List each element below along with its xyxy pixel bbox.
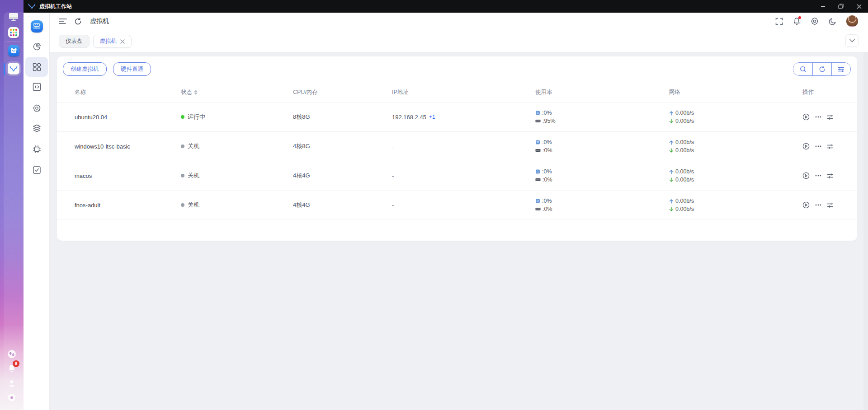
vm-settings-button[interactable] <box>827 144 834 149</box>
more-actions-button[interactable] <box>815 175 821 177</box>
net-down: 0.00b/s <box>675 118 694 124</box>
memory-usage: :0% <box>542 206 552 212</box>
upload-arrow-icon <box>669 169 674 174</box>
vm-cpu-mem: 8核8G <box>293 113 392 121</box>
vm-status: 关机 <box>188 201 199 209</box>
chevron-down-icon <box>849 39 855 42</box>
memory-usage: :95% <box>542 118 556 124</box>
create-vm-button[interactable]: 创建虚拟机 <box>63 62 107 76</box>
fullscreen-icon[interactable] <box>775 18 783 25</box>
more-actions-button[interactable] <box>815 116 821 118</box>
app-header: 虚拟机 <box>50 13 868 30</box>
vm-settings-button[interactable] <box>827 114 834 120</box>
collapse-menu-icon[interactable] <box>59 18 67 24</box>
col-header-ip: IP地址 <box>392 89 535 96</box>
app-launcher-icon[interactable] <box>6 25 21 40</box>
more-actions-button[interactable] <box>815 204 821 206</box>
cpu-usage-icon <box>535 140 540 144</box>
table-toolbar: 创建虚拟机 硬件直通 <box>63 62 851 76</box>
refresh-table-button[interactable] <box>812 63 831 75</box>
app-sidebar: Libvirt <box>24 13 50 410</box>
sidebar-item-libvirt-badge[interactable]: Libvirt <box>25 16 48 36</box>
vm-name: macos <box>75 172 181 179</box>
app-store-icon[interactable] <box>6 43 21 58</box>
tab-virtual-machines[interactable]: 虚拟机 <box>93 35 132 48</box>
dark-mode-moon-icon[interactable] <box>829 18 836 25</box>
ip-more-link[interactable]: +1 <box>429 114 435 120</box>
vm-table: 名称 状态 CPU/内存 IP地址 使用率 网络 操作 <box>57 83 857 220</box>
libvirt-badge-label: Libvirt <box>33 27 40 29</box>
tab-close-icon[interactable] <box>120 39 125 44</box>
status-dot <box>181 144 184 148</box>
sidebar-item-devices[interactable] <box>25 139 48 159</box>
net-down: 0.00b/s <box>675 206 694 212</box>
cpu-usage-icon <box>535 199 540 203</box>
memory-usage-icon <box>535 149 541 152</box>
table-row: windows10-ltsc-basic 关机 4核8G - :0% :0% 0… <box>57 132 857 161</box>
pie-chart-icon <box>33 42 41 51</box>
more-actions-button[interactable] <box>815 145 821 147</box>
net-up: 0.00b/s <box>675 110 694 116</box>
close-button[interactable] <box>850 0 868 13</box>
vm-name: ubuntu20.04 <box>75 114 181 121</box>
power-play-button[interactable] <box>802 113 810 121</box>
column-settings-icon <box>838 66 844 72</box>
main-area: 虚拟机 <box>50 13 868 410</box>
vm-status: 关机 <box>188 142 199 150</box>
memory-usage-icon <box>535 119 541 123</box>
cpu-usage: :0% <box>542 198 552 204</box>
user-account-icon[interactable] <box>6 377 18 389</box>
settings-gear-icon[interactable] <box>811 17 819 25</box>
download-arrow-icon <box>669 207 674 212</box>
cpu-usage: :0% <box>542 139 552 145</box>
status-sort-icon[interactable] <box>194 90 198 95</box>
power-play-button[interactable] <box>802 143 810 150</box>
hardware-passthrough-button[interactable]: 硬件直通 <box>113 62 151 76</box>
page-title: 虚拟机 <box>90 17 109 25</box>
maximize-button[interactable] <box>832 0 850 13</box>
tabbar-collapse-button[interactable] <box>845 34 859 47</box>
desktop-monitor-icon[interactable] <box>6 10 21 24</box>
sidebar-item-virtual-machines[interactable] <box>25 57 48 77</box>
sidebar-item-terminal[interactable] <box>25 77 48 97</box>
network-transfer-icon[interactable] <box>6 348 18 360</box>
column-settings-button[interactable] <box>831 63 850 75</box>
vm-settings-button[interactable] <box>827 173 834 179</box>
vm-cpu-mem: 4核4G <box>293 201 392 209</box>
power-play-button[interactable] <box>802 201 810 209</box>
vm-workstation-app-icon[interactable] <box>6 61 21 76</box>
vm-status: 关机 <box>188 172 199 180</box>
power-play-button[interactable] <box>802 172 810 179</box>
user-avatar[interactable] <box>846 15 858 27</box>
sidebar-item-tasks[interactable] <box>25 160 48 180</box>
net-up: 0.00b/s <box>675 198 694 204</box>
vm-settings-button[interactable] <box>827 202 834 208</box>
col-header-actions: 操作 <box>802 89 848 96</box>
app-logo-icon <box>28 4 36 9</box>
download-arrow-icon <box>669 119 674 124</box>
vm-grid-icon <box>33 63 41 71</box>
col-header-network: 网络 <box>669 89 802 96</box>
vm-name: fnos-adult <box>75 202 181 209</box>
vm-table-card: 创建虚拟机 硬件直通 <box>57 56 857 241</box>
dock-settings-gear-icon[interactable] <box>6 391 18 403</box>
col-header-cpu-mem: CPU/内存 <box>293 89 392 96</box>
net-down: 0.00b/s <box>675 147 694 154</box>
vm-ip: - <box>392 172 394 179</box>
refresh-icon[interactable] <box>74 18 82 25</box>
sidebar-item-storage[interactable] <box>25 118 48 138</box>
cpu-chip-icon <box>33 145 41 154</box>
search-button[interactable] <box>793 63 812 75</box>
cpu-usage-icon <box>535 169 540 174</box>
tab-dashboard[interactable]: 仪表盘 <box>59 35 90 48</box>
search-icon <box>800 66 807 73</box>
layers-icon <box>33 124 41 133</box>
notifications-bell-icon[interactable] <box>793 17 801 25</box>
table-row: fnos-adult 关机 4核4G - :0% :0% 0.00b/s 0.0… <box>57 191 857 220</box>
minimize-button[interactable] <box>814 0 832 13</box>
sidebar-item-dashboard[interactable] <box>25 37 48 56</box>
net-up: 0.00b/s <box>675 139 694 145</box>
vm-cpu-mem: 4核4G <box>293 172 392 180</box>
scrollbar-track[interactable] <box>863 52 868 410</box>
sidebar-item-settings[interactable] <box>25 98 48 118</box>
